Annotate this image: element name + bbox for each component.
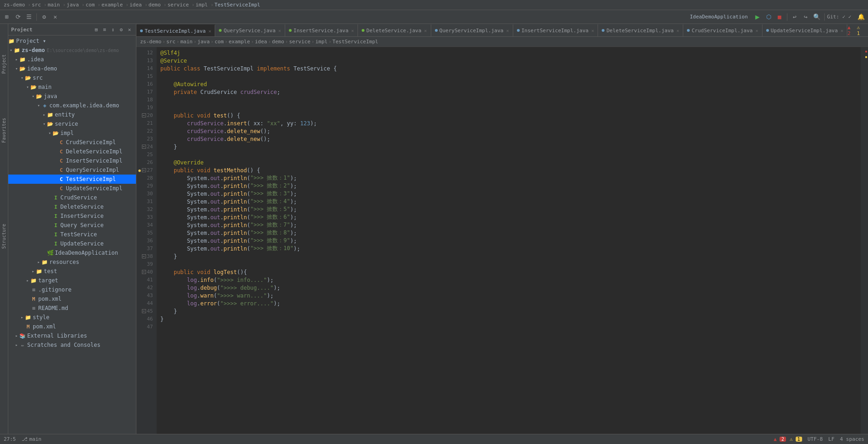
- status-errors[interactable]: ▲ 2 ⚠ 1: [774, 436, 802, 442]
- tab-close-btn[interactable]: ✕: [840, 28, 843, 33]
- tab-query-service[interactable]: QueryService.java ✕: [215, 24, 285, 36]
- close-panel-btn[interactable]: ✕: [50, 12, 60, 22]
- tab-close-btn[interactable]: ✕: [676, 28, 679, 33]
- panel-tool-settings[interactable]: ⚙: [117, 26, 125, 33]
- tree-item-delete-service[interactable]: I DeleteService: [8, 202, 136, 211]
- tab-close-btn[interactable]: ✕: [278, 28, 281, 33]
- panel-tool-layout[interactable]: ⊞: [93, 26, 100, 33]
- tree-item-pom-xml[interactable]: M pom.xml: [8, 294, 136, 304]
- tree-item-readme[interactable]: ≡ README.md: [8, 304, 136, 313]
- status-line-col[interactable]: 27:5: [4, 436, 16, 442]
- tree-item-scratches[interactable]: ▸ ✏ Scratches and Consoles: [8, 340, 136, 350]
- status-indent[interactable]: 4 spaces: [840, 436, 864, 442]
- tree-item-insert-service[interactable]: I InsertService: [8, 211, 136, 221]
- tab-close-btn[interactable]: ✕: [506, 28, 509, 33]
- undo-button[interactable]: ↩: [790, 12, 800, 22]
- tab-close-btn[interactable]: ✕: [591, 28, 594, 33]
- tree-item-query-service-impl[interactable]: C QueryServiceImpl: [8, 165, 136, 175]
- tree-item-java[interactable]: ▾ 📂 java: [8, 92, 136, 101]
- tab-close-btn[interactable]: ✕: [208, 29, 211, 34]
- tab-close-btn[interactable]: ✕: [756, 28, 758, 33]
- tree-item-idea-demo-app[interactable]: 🌿 IdeaDemoApplication: [8, 248, 136, 257]
- breadcrumb-main[interactable]: main: [47, 2, 60, 8]
- tree-item-idea[interactable]: ▸ 📁 .idea: [8, 55, 136, 64]
- settings-btn[interactable]: ⚙: [39, 12, 49, 22]
- tree-item-main[interactable]: ▾ 📂 main: [8, 82, 136, 92]
- breadcrumb-zs-demo[interactable]: zs-demo: [4, 2, 25, 8]
- tree-item-update-service[interactable]: I UpdateService: [8, 239, 136, 248]
- breadcrumb-java[interactable]: java: [67, 2, 79, 8]
- tab-query-service-impl[interactable]: QueryServiceImpl.java ✕: [431, 24, 513, 36]
- tree-item-service[interactable]: ▾ 📂 service: [8, 119, 136, 129]
- tree-item-project[interactable]: 📁 Project ▾: [8, 36, 136, 46]
- bc-src[interactable]: src: [166, 39, 176, 45]
- tree-item-com-example[interactable]: ▾ ◈ com.example.idea.demo: [8, 101, 136, 110]
- panel-tool-close[interactable]: ✕: [126, 26, 133, 33]
- tree-item-resources[interactable]: ▸ 📁 resources: [8, 257, 136, 267]
- structure-btn[interactable]: ☰: [24, 12, 34, 22]
- tree-item-target[interactable]: ▸ 📁 target: [8, 276, 136, 285]
- stop-button[interactable]: ■: [774, 12, 785, 22]
- tab-close-btn[interactable]: ✕: [351, 28, 354, 33]
- tree-item-src[interactable]: ▾ 📂 src: [8, 73, 136, 82]
- panel-tool-list[interactable]: ≡: [101, 26, 108, 33]
- code-content[interactable]: @Slf4j @Service public class TestService…: [157, 47, 861, 434]
- tree-item-crud-service[interactable]: I CrudService: [8, 193, 136, 202]
- tree-item-test[interactable]: ▸ 📁 test: [8, 267, 136, 276]
- status-line-sep[interactable]: LF: [828, 436, 834, 442]
- tab-delete-service-impl[interactable]: DeleteServiceImpl.java ✕: [598, 24, 683, 36]
- vtab-project[interactable]: Project: [0, 52, 7, 76]
- tab-close-btn[interactable]: ✕: [424, 28, 427, 33]
- tree-item-impl[interactable]: ▾ 📂 impl: [8, 129, 136, 138]
- tree-item-insert-service-impl[interactable]: C InsertServiceImpl: [8, 156, 136, 165]
- bc-demo[interactable]: demo: [272, 39, 284, 45]
- tree-item-delete-service-impl[interactable]: C DeleteServiceImpl: [8, 147, 136, 156]
- bc-main[interactable]: main: [180, 39, 193, 45]
- notifications-btn[interactable]: 🔔: [856, 12, 866, 22]
- tab-update-service-impl[interactable]: UpdateServiceImpl.java ✕: [762, 24, 848, 36]
- tab-crud-service-impl[interactable]: CrudServiceImpl.java ✕: [683, 24, 762, 36]
- bc-com[interactable]: com: [215, 39, 224, 45]
- breadcrumb-impl[interactable]: impl: [195, 2, 208, 8]
- run-button[interactable]: ▶: [752, 12, 762, 22]
- sync-btn[interactable]: ⟳: [13, 12, 23, 22]
- tree-item-update-service-impl[interactable]: C UpdateServiceImpl: [8, 184, 136, 193]
- tree-item-crud-service-impl[interactable]: C CrudServiceImpl: [8, 138, 136, 147]
- bc-impl[interactable]: impl: [315, 39, 328, 45]
- breadcrumb-src[interactable]: src: [32, 2, 41, 8]
- tab-test-service-impl[interactable]: TestServiceImpl.java ✕: [136, 24, 215, 36]
- status-encoding[interactable]: UTF-8: [808, 436, 823, 442]
- bc-zs-demo[interactable]: zs-demo: [140, 39, 161, 45]
- breadcrumb-service[interactable]: service: [167, 2, 188, 8]
- panel-tool-sort[interactable]: ↕: [109, 26, 117, 33]
- bc-example[interactable]: example: [229, 39, 250, 45]
- project-tool-btn[interactable]: ⊞: [2, 12, 12, 22]
- tab-delete-service[interactable]: DeleteService.java ✕: [358, 24, 431, 36]
- bc-class[interactable]: TestServiceImpl: [333, 39, 378, 45]
- tree-item-test-service[interactable]: I TestService: [8, 230, 136, 239]
- tree-item-entity[interactable]: ▸ 📁 entity: [8, 110, 136, 119]
- vtab-structure[interactable]: Structure: [0, 221, 7, 251]
- vtab-favorites[interactable]: Favorites: [0, 115, 7, 146]
- tree-item-test-service-impl[interactable]: C TestServiceImpl: [8, 175, 136, 184]
- search-everywhere-btn[interactable]: 🔍: [812, 12, 822, 22]
- tree-item-zs-demo[interactable]: ▾ 📁 zs-demo E:\sourcecode\demo\zs-demo: [8, 46, 136, 55]
- breadcrumb-demo[interactable]: demo: [148, 2, 161, 8]
- breadcrumb-com[interactable]: com: [86, 2, 95, 8]
- breadcrumb-example[interactable]: example: [101, 2, 123, 8]
- status-git-branch[interactable]: ⎇ main: [22, 436, 42, 442]
- tree-item-ext-libs[interactable]: ▸ 📚 External Libraries: [8, 331, 136, 340]
- tree-item-pom-root[interactable]: M pom.xml: [8, 322, 136, 331]
- tree-item-style[interactable]: ▸ 📁 style: [8, 313, 136, 322]
- bc-service[interactable]: service: [289, 39, 310, 45]
- breadcrumb-idea[interactable]: idea: [129, 2, 142, 8]
- tree-item-query-service[interactable]: I Query Service: [8, 221, 136, 230]
- redo-button[interactable]: ↪: [801, 12, 811, 22]
- tab-insert-service-impl[interactable]: InsertServiceImpl.java ✕: [513, 24, 598, 36]
- tab-insert-service[interactable]: InsertService.java ✕: [285, 24, 358, 36]
- tree-item-gitignore[interactable]: ≡ .gitignore: [8, 285, 136, 294]
- bc-java[interactable]: java: [198, 39, 210, 45]
- bc-idea[interactable]: idea: [255, 39, 267, 45]
- tree-item-idea-demo[interactable]: ▾ 📂 idea-demo: [8, 64, 136, 73]
- debug-button[interactable]: ⬡: [763, 12, 774, 22]
